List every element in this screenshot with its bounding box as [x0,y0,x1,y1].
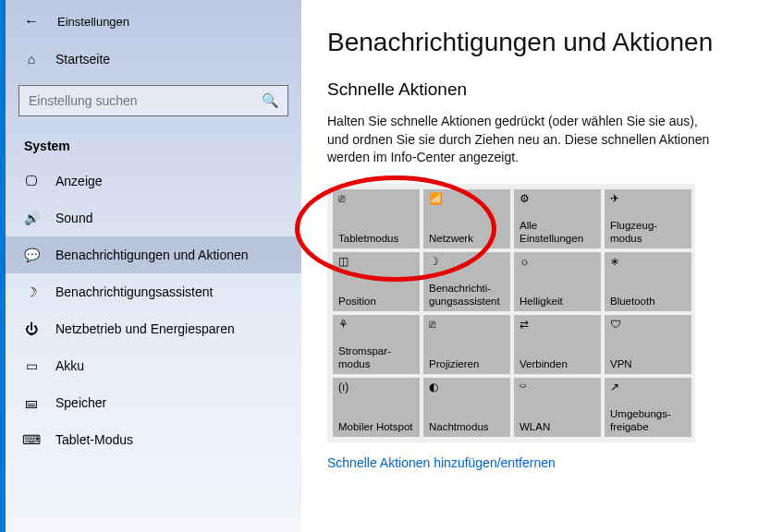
nav-item[interactable]: ⏻Netzbetrieb und Energiesparen [6,310,301,347]
nav-item-label: Sound [55,211,92,225]
nav-item-icon: 💬 [24,248,39,262]
quick-action-tile[interactable]: ◐Nachtmodus [423,378,510,437]
tile-label: Nachtmodus [429,421,505,433]
tile-icon: ⇄ [520,319,595,332]
search-input[interactable] [18,85,288,116]
quick-action-tiles-container: ⎚Tabletmodus📶Netzwerk⚙Alle Einstellungen… [327,184,695,442]
nav-item[interactable]: 🖴Speicher [6,384,301,421]
tile-icon: ⎚ [338,193,414,206]
quick-action-tile[interactable]: ⎚Projizieren [423,315,510,374]
tile-label: Helligkeit [520,296,595,308]
tile-icon: ✈ [610,193,686,206]
window-title: Einstellungen [57,15,129,29]
tile-label: Umgebungs-freigabe [610,408,686,432]
tile-icon: ◐ [429,381,505,394]
tile-icon: ⚘ [338,319,414,332]
tile-icon: ☼ [520,256,595,269]
nav-item-label: Tablet-Modus [55,432,133,447]
nav-item-label: Benachrichtigungsassistent [55,284,213,299]
nav-item-icon: ⏻ [24,321,39,336]
tile-label: Projizieren [429,358,505,370]
nav-item-icon: 🖴 [24,395,39,410]
nav-item-icon: ▭ [24,358,39,373]
quick-action-tile[interactable]: ✈Flugzeug-modus [605,189,691,248]
tile-icon: ☽ [429,256,505,269]
tile-label: Position [338,296,414,308]
nav-item-label: Netzbetrieb und Energiesparen [55,321,235,336]
quick-action-tile[interactable]: ∗Bluetooth [605,252,691,311]
search-wrap: 🔍 [18,85,288,116]
quick-action-tile[interactable]: ⚙Alle Einstellungen [514,189,601,248]
quick-action-tile[interactable]: ☼Helligkeit [514,252,601,311]
main-content: Benachrichtigungen und Aktionen Schnelle… [301,0,758,532]
section-description: Halten Sie schnelle Aktionen gedrückt (o… [327,113,715,167]
tile-label: Mobiler Hotspot [338,421,414,433]
quick-action-tile[interactable]: ↗Umgebungs-freigabe [605,378,691,437]
tile-icon: ◫ [338,256,414,269]
quick-action-tile[interactable]: ⚘Stromspar-modus [333,315,420,374]
back-button[interactable]: ← [24,13,39,30]
tile-icon: ⌔ [520,381,595,394]
nav-item[interactable]: ☽Benachrichtigungsassistent [6,273,301,310]
nav-item-label: Speicher [55,395,106,410]
tile-label: Tabletmodus [338,233,414,245]
tile-icon: ∗ [610,256,686,269]
tile-label: Stromspar-modus [338,345,414,369]
quick-action-tile[interactable]: ◫Position [333,252,420,311]
nav-item[interactable]: 💬Benachrichtigungen und Aktionen [6,236,301,273]
tile-label: Verbinden [520,358,595,370]
page-title: Benachrichtigungen und Aktionen [327,28,741,57]
tile-icon: ⎚ [429,319,505,332]
tile-icon: ⚙ [520,193,595,206]
tile-label: Bluetooth [610,296,686,308]
nav-item[interactable]: 🖵Anzeige [6,163,301,200]
nav-item-label: Akku [55,358,84,373]
tile-icon: ↗ [610,381,686,394]
nav-item-icon: ⌨ [24,432,39,447]
quick-action-tile[interactable]: 🛡VPN [605,315,691,374]
home-icon: ⌂ [24,52,39,66]
quick-action-tile[interactable]: 📶Netzwerk [423,189,510,248]
tile-label: Netzwerk [429,233,505,245]
nav-item[interactable]: ⌨Tablet-Modus [6,421,301,458]
tile-label: Alle Einstellungen [520,220,595,244]
tile-label: VPN [610,358,686,370]
quick-action-tile[interactable]: ⇄Verbinden [514,315,601,374]
home-link[interactable]: ⌂ Startseite [6,39,301,79]
group-header: System [6,122,301,163]
sidebar: ← Einstellungen ⌂ Startseite 🔍 System 🖵A… [0,0,301,532]
add-remove-quick-actions-link[interactable]: Schnelle Aktionen hinzufügen/entfernen [327,455,556,470]
quick-action-tile[interactable]: (ı)Mobiler Hotspot [333,378,420,437]
tile-icon: 🛡 [610,319,686,332]
tile-label: Benachrichti-gungsassistent [429,283,505,307]
tile-icon: 📶 [429,193,505,206]
nav-item-label: Anzeige [55,174,103,188]
tile-label: Flugzeug-modus [610,220,686,244]
nav-item-label: Benachrichtigungen und Aktionen [55,248,249,262]
nav-item-icon: ☽ [24,284,39,299]
quick-action-tile[interactable]: ⎚Tabletmodus [333,189,420,248]
nav-item-icon: 🔊 [24,211,39,225]
nav-item-icon: 🖵 [24,174,39,188]
section-title: Schnelle Aktionen [327,79,741,100]
nav-item[interactable]: ▭Akku [6,347,301,384]
quick-action-tile[interactable]: ⌔WLAN [514,378,601,437]
tile-label: WLAN [520,421,595,433]
quick-action-tile[interactable]: ☽Benachrichti-gungsassistent [423,252,510,311]
home-label: Startseite [55,52,110,66]
tile-icon: (ı) [338,381,414,394]
nav-item[interactable]: 🔊Sound [6,200,301,236]
